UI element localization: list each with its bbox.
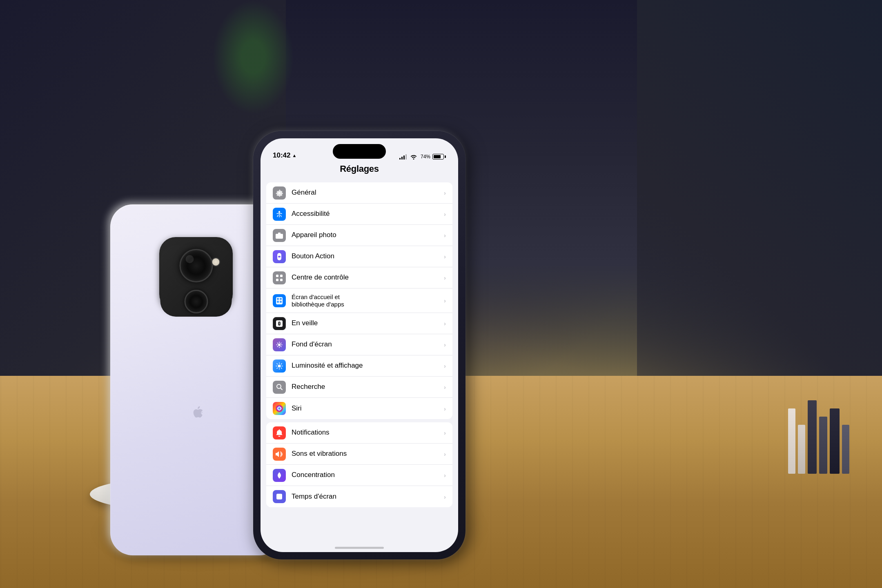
- dynamic-island: [333, 144, 386, 159]
- iphone-screen: 10:42 ▲ 74%: [261, 138, 458, 552]
- plant-decoration: [212, 0, 294, 114]
- battery-body: [432, 154, 444, 160]
- home-screen-icon: [273, 294, 286, 307]
- action-button-label: Bouton Action: [292, 252, 444, 260]
- main-lens: [179, 249, 213, 282]
- status-icons: 74%: [399, 154, 446, 160]
- row-standby[interactable]: En veille ›: [266, 313, 452, 334]
- svg-rect-15: [280, 301, 282, 303]
- row-focus[interactable]: Concentration ›: [266, 465, 452, 486]
- focus-label: Concentration: [292, 471, 444, 479]
- focus-chevron: ›: [444, 472, 446, 479]
- accessibility-icon: [273, 208, 286, 221]
- standby-icon: [273, 317, 286, 330]
- camera-label: Appareil photo: [292, 231, 444, 239]
- search-chevron: ›: [444, 384, 446, 391]
- shelf-decoration: [788, 400, 849, 474]
- home-screen-label: Écran d'accueil etbibliothèque d'apps: [292, 293, 444, 308]
- display-chevron: ›: [444, 362, 446, 369]
- control-center-chevron: ›: [444, 274, 446, 281]
- wallpaper-chevron: ›: [444, 341, 446, 348]
- svg-rect-4: [278, 233, 281, 234]
- row-sounds[interactable]: Sons et vibrations ›: [266, 444, 452, 465]
- screen-time-icon: [273, 490, 286, 503]
- battery-tip: [445, 155, 446, 158]
- svg-point-19: [278, 344, 281, 346]
- svg-rect-18: [279, 322, 280, 324]
- row-notifications[interactable]: Notifications ›: [266, 422, 452, 444]
- accessibility-chevron: ›: [444, 211, 446, 217]
- control-center-icon: [273, 271, 286, 284]
- notifications-label: Notifications: [292, 428, 444, 437]
- action-button-chevron: ›: [444, 253, 446, 260]
- svg-point-22: [276, 405, 283, 412]
- battery-fill: [434, 155, 441, 158]
- wallpaper-icon: [273, 338, 286, 351]
- home-indicator: [335, 547, 384, 549]
- row-search[interactable]: Recherche ›: [266, 377, 452, 398]
- apple-logo-icon: [186, 401, 206, 425]
- search-icon: [273, 381, 286, 394]
- svg-rect-6: [278, 256, 281, 257]
- svg-rect-8: [280, 275, 283, 277]
- row-wallpaper[interactable]: Fond d'écran ›: [266, 334, 452, 355]
- row-action-button[interactable]: Bouton Action ›: [266, 246, 452, 267]
- svg-rect-14: [277, 301, 279, 303]
- search-label: Recherche: [292, 383, 444, 391]
- svg-rect-9: [276, 279, 278, 281]
- siri-icon: [273, 402, 286, 415]
- svg-point-3: [278, 235, 281, 237]
- sounds-icon: [273, 448, 286, 461]
- battery-percent: 74%: [421, 154, 430, 160]
- signal-bars-icon: [399, 154, 407, 160]
- display-label: Luminosité et affichage: [292, 362, 444, 370]
- row-general[interactable]: Général ›: [266, 182, 452, 204]
- sounds-chevron: ›: [444, 450, 446, 457]
- svg-point-1: [278, 211, 280, 213]
- notifications-icon: [273, 426, 286, 439]
- accessibility-label: Accessibilité: [292, 210, 444, 218]
- row-control-center[interactable]: Centre de contrôle ›: [266, 267, 452, 288]
- svg-rect-13: [280, 298, 282, 300]
- screen-time-label: Temps d'écran: [292, 493, 444, 501]
- iphone-front-device: 10:42 ▲ 74%: [253, 131, 466, 559]
- action-button-icon: [273, 250, 286, 263]
- status-time: 10:42 ▲: [273, 151, 296, 160]
- sounds-label: Sons et vibrations: [292, 450, 444, 458]
- focus-icon: [273, 469, 286, 482]
- control-center-label: Centre de contrôle: [292, 273, 444, 282]
- siri-chevron: ›: [444, 405, 446, 412]
- row-display[interactable]: Luminosité et affichage ›: [266, 355, 452, 377]
- camera-flash: [212, 257, 220, 266]
- standby-label: En veille: [292, 319, 444, 327]
- display-icon: [273, 359, 286, 373]
- row-screen-time[interactable]: Temps d'écran ›: [266, 486, 452, 507]
- camera-icon: [273, 229, 286, 242]
- page-title: Réglages: [261, 164, 458, 174]
- camera-module: [160, 245, 232, 317]
- svg-rect-10: [280, 279, 283, 281]
- notifications-chevron: ›: [444, 429, 446, 436]
- camera-chevron: ›: [444, 232, 446, 239]
- settings-section-2: Notifications › Sons et vibrations › Con…: [266, 422, 452, 507]
- siri-label: Siri: [292, 404, 444, 413]
- svg-point-20: [278, 364, 281, 367]
- wallpaper-label: Fond d'écran: [292, 340, 444, 348]
- settings-section-1: Général › Accessibilité › Appareil photo…: [266, 182, 452, 419]
- row-accessibility[interactable]: Accessibilité ›: [266, 204, 452, 225]
- svg-rect-12: [277, 298, 279, 300]
- secondary-lens: [184, 290, 208, 313]
- screen-time-chevron: ›: [444, 493, 446, 500]
- row-camera[interactable]: Appareil photo ›: [266, 225, 452, 246]
- svg-rect-7: [276, 275, 278, 277]
- standby-chevron: ›: [444, 320, 446, 327]
- general-icon: [273, 186, 286, 200]
- row-home-screen[interactable]: Écran d'accueil etbibliothèque d'apps ›: [266, 288, 452, 313]
- general-chevron: ›: [444, 189, 446, 196]
- time-label: 10:42: [273, 151, 290, 160]
- home-screen-chevron: ›: [444, 297, 446, 304]
- wifi-icon: [410, 154, 417, 160]
- settings-list: Général › Accessibilité › Appareil photo…: [261, 179, 458, 540]
- battery-icon: 74%: [421, 154, 446, 160]
- row-siri[interactable]: Siri ›: [266, 398, 452, 419]
